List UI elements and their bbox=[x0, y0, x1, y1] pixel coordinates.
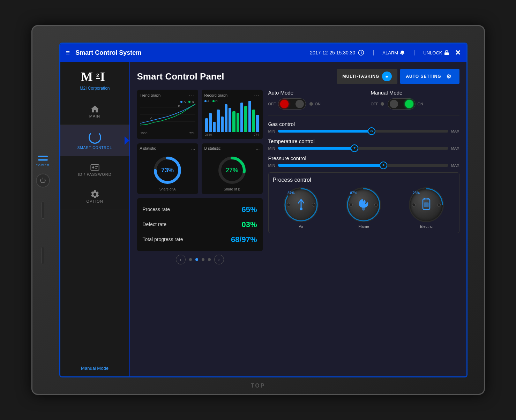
multi-tasking-button[interactable]: MULTI-TASKING bbox=[337, 69, 398, 84]
auto-mode-toggle-row: OFF ON bbox=[268, 98, 357, 110]
process-control-title: Process control bbox=[273, 177, 455, 183]
trend-chart-labels: 2550 774 bbox=[140, 132, 195, 135]
screen: ≡ Smart Control System 2017-12-25 15:30:… bbox=[59, 43, 468, 377]
sidebar-item-id-password[interactable]: ID / PASSWORD bbox=[60, 156, 129, 183]
menu-icon[interactable]: ≡ bbox=[66, 49, 70, 57]
svg-point-27 bbox=[410, 189, 442, 221]
record-graph-title: Record graph bbox=[204, 93, 228, 97]
a-stat-title: A statistic bbox=[140, 146, 156, 152]
trend-chart-area: A B bbox=[140, 99, 195, 131]
svg-text:2: 2 bbox=[96, 73, 99, 78]
trend-legend: A B bbox=[180, 100, 194, 104]
bottom-brand: TOP bbox=[251, 383, 266, 389]
panel-buttons: MULTI-TASKING AUTO SETTING ⚙ bbox=[337, 69, 459, 84]
lock-icon bbox=[444, 50, 449, 55]
spinner-icon bbox=[89, 131, 101, 144]
sidebar-item-main[interactable]: MAIN bbox=[60, 98, 129, 125]
svg-text:M: M bbox=[81, 70, 92, 83]
process-rate-value: 65% bbox=[241, 205, 257, 214]
next-page-button[interactable]: › bbox=[214, 255, 224, 264]
device-left-controls: POWER bbox=[36, 156, 50, 264]
trend-graph-card: Trend graph ··· A bbox=[137, 90, 198, 139]
auto-off-label: OFF bbox=[268, 102, 276, 106]
gas-thumb[interactable]: G bbox=[368, 127, 375, 135]
svg-text:I: I bbox=[100, 70, 105, 83]
main-content: M 2 I M2I Corporation MAIN bbox=[60, 62, 466, 376]
trend-graph-header: Trend graph ··· bbox=[140, 92, 195, 98]
auto-mode-toggle[interactable] bbox=[278, 98, 306, 110]
power-button[interactable] bbox=[36, 174, 50, 188]
unlock-button[interactable]: UNLOCK bbox=[423, 50, 449, 55]
b-stat-header: B statistic ··· bbox=[204, 146, 260, 152]
manual-mode-toggle-row: OFF ON bbox=[371, 98, 459, 110]
record-graph-menu[interactable]: ··· bbox=[254, 92, 260, 98]
prev-page-button[interactable]: ‹ bbox=[176, 255, 186, 264]
close-button[interactable]: ✕ bbox=[455, 48, 461, 57]
auto-toggle-dot-red bbox=[280, 100, 289, 108]
gas-slider-row: MIN G MAX bbox=[268, 129, 459, 133]
svg-text:A: A bbox=[150, 116, 152, 120]
process-rate-row: Process rate 65% bbox=[143, 202, 257, 217]
air-gauge-name: Air bbox=[299, 224, 303, 228]
defect-rate-value: 03% bbox=[241, 220, 257, 229]
temp-thumb[interactable]: T bbox=[351, 144, 358, 152]
total-progress-value: 68/97% bbox=[231, 235, 257, 244]
bar-2 bbox=[213, 122, 216, 132]
temp-min: MIN bbox=[268, 146, 275, 150]
bar-6 bbox=[229, 108, 231, 132]
pressure-fill bbox=[278, 164, 384, 167]
pagination: ‹ › bbox=[137, 255, 263, 264]
gas-fill bbox=[278, 130, 372, 133]
bar-chart bbox=[204, 104, 260, 132]
page-dot-4[interactable] bbox=[208, 258, 211, 261]
gas-min: MIN bbox=[268, 129, 275, 133]
alarm-button[interactable]: ALARM bbox=[382, 50, 405, 55]
sidebar-item-smart-control[interactable]: SMART CONTROL bbox=[60, 125, 129, 156]
trend-graph-menu[interactable]: ··· bbox=[189, 92, 195, 98]
page-dot-3[interactable] bbox=[202, 258, 204, 261]
sidebar-item-option[interactable]: OPTION bbox=[60, 183, 129, 210]
pressure-slider-row: MIN P MAX bbox=[268, 163, 459, 167]
sidebar-navigation: MAIN SMART CONTROL bbox=[60, 98, 129, 360]
sidebar: M 2 I M2I Corporation MAIN bbox=[60, 62, 130, 376]
auto-setting-gear-icon: ⚙ bbox=[444, 72, 454, 81]
page-dot-1[interactable] bbox=[189, 258, 192, 261]
bar-5 bbox=[225, 104, 227, 132]
process-rate-label: Process rate bbox=[143, 207, 170, 213]
record-graph-card: Record graph ··· A bbox=[202, 90, 263, 139]
smart-control-nav-label: SMART CONTROL bbox=[77, 146, 112, 150]
process-control-section: Process control 87% bbox=[268, 172, 459, 233]
option-gear-icon bbox=[90, 189, 100, 199]
a-statistic-card: A statistic ··· 73% bbox=[137, 143, 198, 194]
pressure-slider[interactable]: P bbox=[278, 164, 448, 167]
flame-gauge-ring bbox=[346, 187, 381, 222]
right-panel: Auto Mode OFF ON bbox=[268, 90, 459, 366]
b-stat-title: B statistic bbox=[204, 146, 221, 152]
manual-mode-link[interactable]: Manual Mode bbox=[75, 360, 114, 376]
bar-12 bbox=[252, 110, 255, 132]
pressure-thumb[interactable]: P bbox=[380, 162, 387, 169]
main-nav-label: MAIN bbox=[89, 114, 100, 118]
trend-graph-title: Trend graph bbox=[140, 93, 161, 97]
a-stat-menu[interactable]: ··· bbox=[191, 146, 195, 152]
bar-13 bbox=[256, 115, 259, 132]
manual-mode-toggle[interactable] bbox=[388, 98, 416, 110]
auto-setting-button[interactable]: AUTO SETTING ⚙ bbox=[400, 69, 459, 84]
gas-slider[interactable]: G bbox=[278, 130, 448, 133]
b-stat-menu[interactable]: ··· bbox=[256, 146, 260, 152]
b-stat-sub: Share of B bbox=[204, 187, 260, 191]
legend-a-dot bbox=[180, 101, 182, 103]
b-donut: 27% bbox=[204, 155, 260, 186]
panel-header: Smart Control Panel MULTI-TASKING bbox=[137, 69, 459, 84]
bar-0 bbox=[205, 118, 208, 132]
page-dot-2[interactable] bbox=[195, 258, 198, 261]
electric-gauge-item: 25% bbox=[409, 187, 444, 228]
left-panel: Trend graph ··· A bbox=[137, 90, 263, 366]
flame-gauge-name: Flame bbox=[358, 224, 369, 228]
auto-mode-title: Auto Mode bbox=[268, 90, 357, 96]
manual-mode-title: Manual Mode bbox=[371, 90, 459, 96]
a-donut: 73% bbox=[140, 155, 195, 186]
temp-slider-row: MIN T MAX bbox=[268, 146, 459, 150]
bar-8 bbox=[237, 113, 239, 132]
temp-slider[interactable]: T bbox=[278, 147, 448, 150]
